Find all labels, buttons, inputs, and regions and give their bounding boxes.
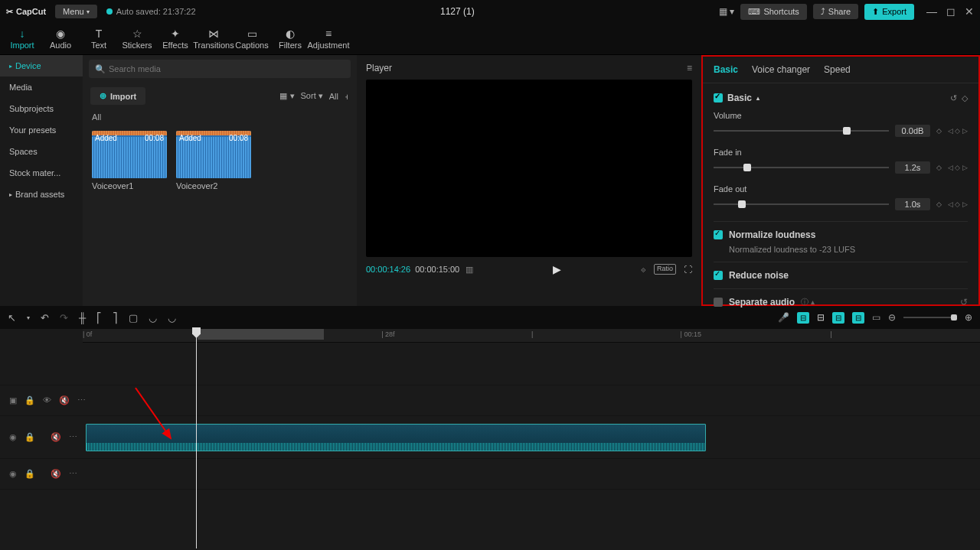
trim-right-icon[interactable]: ⎤ [113, 312, 118, 324]
compare-icon[interactable]: ▥ [466, 265, 473, 275]
normalize-checkbox[interactable] [714, 230, 723, 239]
sidebar-item-brand-assets[interactable]: ▸Brand assets [0, 184, 83, 205]
reduce-checkbox[interactable] [714, 271, 723, 280]
tab-text[interactable]: TText [80, 23, 118, 55]
mark-in-icon[interactable]: ◡ [149, 312, 157, 324]
redo-icon[interactable]: ↷ [60, 312, 68, 324]
app-logo: ✂ CapCut [6, 7, 46, 17]
sidebar-item-spaces[interactable]: Spaces [0, 141, 83, 162]
share-button[interactable]: ⤴ Share [813, 4, 858, 19]
track-more-icon[interactable]: ⋯ [69, 469, 77, 479]
keyframe-nav[interactable]: ◇ [962, 93, 968, 103]
duration-time: 00:00:15:00 [415, 265, 459, 274]
zoom-in-icon[interactable]: ⊕ [965, 312, 972, 323]
fadeout-value[interactable]: 1.0s [895, 198, 930, 210]
separate-checkbox[interactable] [714, 298, 723, 307]
separate-reset-icon[interactable]: ↺ [960, 297, 968, 308]
close-icon[interactable]: ✕ [965, 5, 974, 18]
filter-all-button[interactable]: All [329, 92, 338, 101]
export-button[interactable]: ⬆ Export [864, 4, 914, 20]
grid-view-icon[interactable]: ▦ ▾ [279, 91, 294, 101]
magnet-icon[interactable]: ⊟ [832, 312, 844, 324]
tab-transitions[interactable]: ⋈Transitions [194, 23, 233, 55]
player-viewport[interactable] [366, 80, 692, 257]
media-item[interactable]: Added00:08Voiceover2 [176, 131, 251, 190]
filter-icon[interactable]: ⫞ [345, 92, 349, 101]
fadein-keyframe[interactable]: ◁ ◇ ▷ [948, 164, 968, 171]
fadeout-slider[interactable] [714, 203, 889, 205]
track-eye-icon[interactable]: 👁 [43, 395, 51, 405]
minimize-icon[interactable]: — [926, 5, 937, 18]
fadeout-stepper[interactable]: ◇ [936, 200, 942, 208]
track-more-icon[interactable]: ⋯ [69, 432, 77, 442]
link-icon[interactable]: ⊟ [817, 312, 825, 323]
import-button[interactable]: ⊕Import [90, 87, 145, 105]
play-button[interactable]: ▶ [553, 263, 561, 275]
trim-left-icon[interactable]: ⎡ [96, 312, 102, 324]
select-chev[interactable]: ▾ [27, 314, 30, 321]
track-collapse-icon[interactable]: ◉ [9, 469, 17, 479]
volume-stepper[interactable]: ◇ [936, 127, 942, 135]
timeline-ruler[interactable]: | 0f| 28f|| 00:15|| 2f [83, 329, 980, 343]
tab-stickers[interactable]: ☆Stickers [118, 23, 156, 55]
tab-effects[interactable]: ✦Effects [156, 23, 194, 55]
volume-slider[interactable] [714, 130, 889, 132]
basic-checkbox[interactable] [714, 93, 723, 103]
sidebar-item-your-presets[interactable]: Your presets [0, 119, 83, 141]
fadein-stepper[interactable]: ◇ [936, 164, 942, 171]
snap-icon[interactable]: ⊟ [797, 312, 809, 324]
tab-filters[interactable]: ◐Filters [271, 23, 309, 55]
props-tab-basic[interactable]: Basic [714, 64, 738, 75]
split-icon[interactable]: ╫ [79, 312, 86, 324]
track-collapse-icon[interactable]: ▣ [9, 395, 17, 405]
search-input[interactable] [89, 60, 351, 78]
fadein-value[interactable]: 1.2s [895, 161, 930, 174]
reset-icon[interactable]: ↺ [950, 93, 957, 103]
ratio-button[interactable]: Ratio [654, 264, 676, 275]
zoom-slider[interactable] [903, 317, 957, 318]
tab-import[interactable]: ↓Import [3, 23, 41, 55]
select-tool[interactable]: ↖ [8, 312, 16, 324]
track-lock-icon[interactable]: 🔒 [24, 432, 35, 442]
sidebar-item-media[interactable]: Media [0, 76, 83, 98]
props-tab-speed[interactable]: Speed [824, 64, 851, 75]
category-all: All [83, 109, 357, 125]
tab-captions[interactable]: ▭Captions [233, 23, 271, 55]
playhead[interactable] [196, 329, 197, 548]
sort-button[interactable]: Sort ▾ [301, 91, 323, 101]
menu-button[interactable]: Menu ▾ [55, 5, 97, 18]
normalize-label: Normalize loudness [729, 229, 815, 240]
track-mute-icon[interactable]: 🔇 [59, 395, 70, 405]
track-icon[interactable]: ⊟ [852, 312, 864, 324]
sidebar-item-stock-mater-[interactable]: Stock mater... [0, 162, 83, 184]
player-menu-icon[interactable]: ≡ [687, 63, 692, 73]
fadeout-keyframe[interactable]: ◁ ◇ ▷ [948, 200, 968, 208]
volume-keyframe[interactable]: ◁ ◇ ▷ [948, 127, 968, 135]
mark-out-icon[interactable]: ◡ [168, 312, 176, 324]
track-mute-icon[interactable]: 🔇 [51, 469, 61, 479]
search-icon: 🔍 [95, 64, 106, 74]
sidebar-item-device[interactable]: ▸Device [0, 55, 83, 76]
track-lock-icon[interactable]: 🔒 [24, 395, 35, 405]
mic-icon[interactable]: 🎤 [778, 312, 789, 323]
track-mute-icon[interactable]: 🔇 [51, 432, 61, 442]
snapshot-icon[interactable]: ⟐ [641, 265, 646, 274]
zoom-out-icon[interactable]: ⊖ [888, 312, 896, 323]
layout-icon[interactable]: ▦ ▾ [719, 6, 734, 17]
tab-adjustment[interactable]: ≡Adjustment [309, 23, 348, 55]
fullscreen-icon[interactable]: ⛶ [684, 265, 692, 274]
track-collapse-icon[interactable]: ◉ [9, 432, 17, 442]
maximize-icon[interactable]: ◻ [946, 5, 956, 18]
fadein-slider[interactable] [714, 167, 889, 168]
volume-label: Volume [714, 111, 968, 120]
media-item[interactable]: Added00:08Voiceover1 [92, 131, 167, 190]
props-tab-voice-changer[interactable]: Voice changer [752, 64, 810, 75]
volume-value[interactable]: 0.0dB [895, 125, 930, 137]
track-lock-icon[interactable]: 🔒 [24, 469, 35, 479]
delete-icon[interactable]: ▢ [129, 312, 138, 324]
tab-audio[interactable]: ◉Audio [41, 23, 80, 55]
shortcuts-button[interactable]: ⌨ Shortcuts [740, 4, 806, 20]
sidebar-item-subprojects[interactable]: Subprojects [0, 98, 83, 119]
undo-icon[interactable]: ↶ [41, 312, 49, 324]
preview-icon[interactable]: ▭ [872, 312, 880, 323]
